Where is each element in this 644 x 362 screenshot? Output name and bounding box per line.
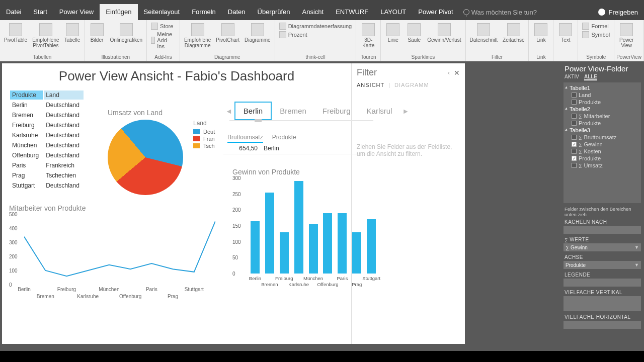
table-row[interactable]: OffenburgDeutschland (10, 151, 84, 160)
bar[interactable] (280, 232, 289, 274)
field-umsatz[interactable]: ∑Umsatz (565, 162, 640, 169)
field-gewinn[interactable]: ✓∑Gewinn (565, 141, 640, 148)
ribbon-tab-einfügen[interactable]: Einfügen (100, 4, 137, 20)
field-produkte[interactable]: ✓Produkte (565, 155, 640, 162)
table-row[interactable]: MünchenDeutschland (10, 141, 84, 150)
field-table-tabelle1[interactable]: Tabelle1 (565, 84, 640, 92)
pie-chart[interactable]: Umsatz von Land Land DeutFranTsch (108, 109, 215, 195)
checkbox[interactable] (572, 149, 577, 154)
fields-tab-aktiv[interactable]: AKTIV (565, 74, 579, 80)
brutto-col-2[interactable]: Produkte (272, 134, 296, 143)
tile-bremen[interactable]: Bremen (272, 103, 314, 119)
bar[interactable] (367, 219, 376, 274)
ribbon-btn-link[interactable]: Link (531, 22, 551, 44)
ribbon-btn-pivottable[interactable]: PivotTable (2, 22, 29, 44)
field-bruttoumsatz[interactable]: ∑Bruttoumsatz (565, 134, 640, 141)
ribbon-btn-empfohlene-diagramme[interactable]: EmpfohleneDiagramme (182, 22, 213, 49)
ribbon-btn-3d-karte[interactable]: 3D-Karte (358, 22, 378, 49)
ribbon-btn-formel[interactable]: Formel (580, 22, 612, 30)
table-row[interactable]: FreiburgDeutschland (10, 121, 84, 130)
bar[interactable] (294, 181, 303, 274)
ribbon-btn-datenschnitt[interactable]: Datenschnitt (468, 22, 500, 44)
tile-berlin[interactable]: Berlin (234, 102, 272, 120)
ribbon-tab-power-pivot[interactable]: Power Pivot (412, 4, 459, 20)
ribbon-tab-ansicht[interactable]: Ansicht (296, 4, 330, 20)
zone-vv[interactable] (564, 296, 641, 311)
field-land[interactable]: Land (565, 92, 640, 99)
table-row[interactable]: ParisFrankreich (10, 161, 84, 170)
checkbox[interactable]: ✓ (572, 156, 577, 161)
fields-pane[interactable]: Power View-Felder AKTIV ALLE Tabelle1Lan… (560, 61, 644, 351)
ribbon-btn-gewinn-verlust[interactable]: Gewinn/Verlust (425, 22, 463, 44)
expand-icon[interactable] (565, 86, 568, 89)
ribbon-tab-layout[interactable]: LAYOUT (374, 4, 412, 20)
tile-handle[interactable] (255, 119, 262, 122)
zone-kacheln[interactable] (564, 226, 641, 234)
ribbon-tab-datei[interactable]: Datei (0, 4, 27, 20)
filter-tab-ansicht[interactable]: ANSICHT (357, 82, 384, 88)
fields-tab-alle[interactable]: ALLE (584, 74, 597, 80)
filter-collapse-icon[interactable]: ‹ (448, 69, 450, 76)
ribbon-tab-power-view[interactable]: Power View (53, 4, 100, 20)
brutto-col-1[interactable]: Bruttoumsatz (227, 134, 263, 143)
bar-chart[interactable]: Gewinn von Produkte 050100150200250300Be… (223, 164, 379, 284)
ribbon-tab-daten[interactable]: Daten (222, 4, 252, 20)
fields-list[interactable]: Tabelle1LandProdukteTabelle2∑Mitarbeiter… (564, 82, 641, 203)
field-table-tabelle3[interactable]: Tabelle3 (565, 127, 640, 134)
ribbon-btn-bilder[interactable]: Bilder (87, 22, 107, 44)
bar[interactable] (338, 213, 347, 274)
table-row[interactable]: BremenDeutschland (10, 111, 84, 120)
legend-item[interactable]: Tsch (193, 143, 215, 149)
ribbon-tab-seitenlayout[interactable]: Seitenlayout (138, 4, 186, 20)
field-kosten[interactable]: ∑Kosten (565, 148, 640, 155)
ribbon-btn-diagramme[interactable]: Diagramme (243, 22, 273, 44)
chevron-down-icon[interactable]: ▼ (634, 245, 639, 250)
ribbon-btn-text[interactable]: Text (555, 22, 576, 44)
bar[interactable] (352, 232, 361, 274)
tile-prev-icon[interactable]: ◄ (223, 105, 234, 117)
zone-legende[interactable] (564, 279, 641, 287)
ribbon-btn-store[interactable]: Store (149, 22, 178, 30)
table-row[interactable]: StuttgartDeutschland (10, 181, 84, 190)
filter-tab-diagramm[interactable]: DIAGRAMM (394, 82, 429, 88)
report-title[interactable]: Power View Ansicht - Fabio's Dashboard (9, 68, 344, 84)
checkbox[interactable] (572, 114, 577, 119)
ribbon-btn-prozent[interactable]: Prozent (277, 31, 354, 39)
tell-me-box[interactable]: Was möchten Sie tun? (463, 4, 537, 20)
fields-tabs[interactable]: AKTIV ALLE (560, 74, 644, 82)
ribbon-tab-start[interactable]: Start (27, 4, 53, 20)
ribbon-btn-linie[interactable]: Linie (383, 22, 403, 44)
tile-karlsrul[interactable]: Karlsrul (359, 103, 400, 119)
bar[interactable] (309, 224, 318, 274)
bar[interactable] (251, 221, 260, 274)
field-produkte[interactable]: Produkte (565, 99, 640, 106)
ribbon-tab-entwurf[interactable]: ENTWURF (330, 4, 374, 20)
ribbon-btn-power-view[interactable]: PowerView (616, 22, 636, 49)
checkbox[interactable] (572, 121, 577, 126)
ribbon-btn-diagrammdatenerfassung[interactable]: Diagrammdatenerfassung (277, 22, 354, 30)
chevron-down-icon[interactable]: ▼ (634, 262, 639, 267)
checkbox[interactable] (572, 93, 577, 98)
ribbon-btn-säule[interactable]: Säule (404, 22, 424, 44)
table-row[interactable]: BerlinDeutschland (10, 101, 84, 110)
expand-icon[interactable] (565, 128, 568, 132)
field-mitarbeiter[interactable]: ∑Mitarbeiter (565, 113, 640, 120)
legend-item[interactable]: Deut (193, 129, 215, 135)
table-header[interactable]: Land (44, 90, 84, 100)
legend-item[interactable]: Fran (193, 136, 215, 142)
power-view-canvas[interactable]: Power View Ansicht - Fabio's Dashboard P… (2, 63, 465, 344)
bar[interactable] (323, 213, 332, 274)
table-header[interactable]: Produkte (10, 90, 43, 100)
zone-achse[interactable]: Produkte▼ (564, 261, 641, 269)
line-chart[interactable]: Mitarbeiter von Produkte 010020030040050… (9, 204, 220, 300)
ribbon-btn-empfohlene-pivottables[interactable]: EmpfohlenePivotTables (30, 22, 61, 49)
ribbon-btn-pivotchart[interactable]: PivotChart (214, 22, 242, 44)
tile-nav[interactable]: ◄ BerlinBremenFreiburgKarlsrul► (223, 102, 379, 124)
ribbon-btn-tabelle[interactable]: Tabelle (62, 22, 83, 44)
expand-icon[interactable] (565, 107, 568, 111)
brutto-table[interactable]: Bruttoumsatz Produkte 654,50 Berlin (223, 134, 374, 154)
tile-next-icon[interactable]: ► (400, 105, 411, 117)
ribbon-tab-formeln[interactable]: Formeln (186, 4, 222, 20)
ribbon-btn-zeitachse[interactable]: Zeitachse (501, 22, 526, 44)
checkbox[interactable] (572, 163, 577, 168)
